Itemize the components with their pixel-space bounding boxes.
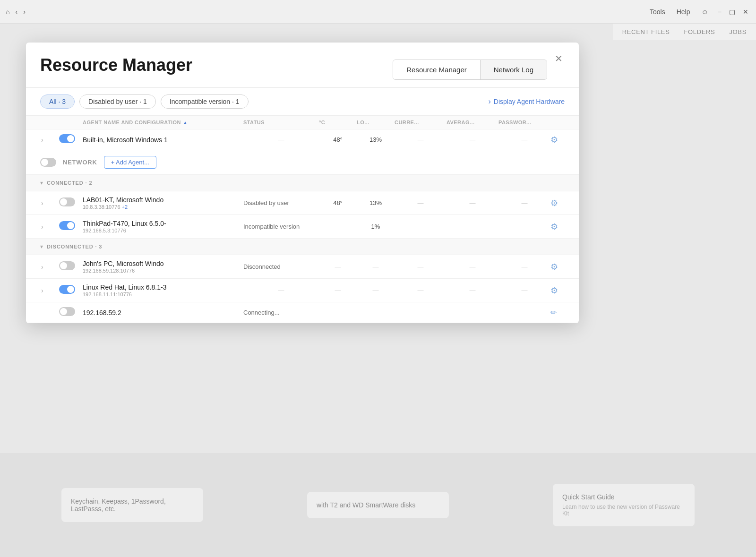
connected-agent-row-1: › ThinkPad-T470, Linux 6.5.0- 192.168.5.… xyxy=(26,215,579,239)
expand-chevron-dc-1[interactable]: › xyxy=(40,286,44,295)
disconnected-agent-row-0: › John's PC, Microsoft Windo 192.168.59.… xyxy=(26,255,579,279)
account-icon[interactable]: ☺ xyxy=(702,8,708,16)
tab-network-log[interactable]: Network Log xyxy=(481,60,547,79)
tab-recent-files[interactable]: RECENT FILES xyxy=(622,28,670,35)
tools-menu[interactable]: Tools xyxy=(650,8,665,16)
col-toggle xyxy=(59,120,83,125)
expand-connected-0[interactable]: › xyxy=(40,198,59,208)
connected-agent-1-name: ThinkPad-T470, Linux 6.5.0- xyxy=(83,220,243,227)
disconnected-agent-2-status: Connecting... xyxy=(243,309,319,316)
expand-builtin[interactable]: › xyxy=(40,135,59,145)
toggle-network-switch[interactable] xyxy=(40,158,56,167)
gear-icon-dc-1[interactable]: ⚙ xyxy=(550,286,558,295)
title-bar: ⌂ ‹ › Tools Help ☺ − ▢ ✕ xyxy=(0,0,756,24)
bg-card-2: with T2 and WD SmartWare disks xyxy=(307,492,449,518)
col-password: PASSWOR... xyxy=(498,120,550,125)
connected-agent-0-temp: 48° xyxy=(319,199,357,206)
gear-icon-dc-0[interactable]: ⚙ xyxy=(550,262,558,272)
connected-agent-1-gear[interactable]: ⚙ xyxy=(550,222,574,232)
connected-agent-0-status: Disabled by user xyxy=(243,199,319,206)
expand-chevron-builtin[interactable]: › xyxy=(40,135,44,145)
disconnected-agent-1-load: — xyxy=(357,287,395,294)
col-current: CURRE... xyxy=(395,120,447,125)
gear-icon-connected-1[interactable]: ⚙ xyxy=(550,222,558,231)
network-row: NETWORK + Add Agent... xyxy=(26,150,579,175)
dialog-title: Resource Manager xyxy=(40,56,192,75)
connected-agent-1-load: 1% xyxy=(357,223,395,230)
disconnected-agent-0-name: John's PC, Microsoft Windo xyxy=(83,260,243,267)
disconnected-agent-0-current: — xyxy=(395,263,447,270)
disconnected-agent-0-gear[interactable]: ⚙ xyxy=(550,262,574,272)
tab-jobs[interactable]: JOBS xyxy=(729,28,747,35)
add-agent-button[interactable]: + Add Agent... xyxy=(104,156,156,169)
resource-manager-dialog: Resource Manager Resource Manager Networ… xyxy=(26,43,579,323)
expand-disconnected-0[interactable]: › xyxy=(40,262,59,272)
builtin-gear[interactable]: ⚙ xyxy=(550,135,574,145)
display-agent-hardware[interactable]: › Display Agent Hardware xyxy=(488,97,565,106)
connected-agent-0-name: LAB01-KT, Microsoft Windo xyxy=(83,196,243,204)
disconnected-agent-0-name-cell: John's PC, Microsoft Windo 192.168.59.12… xyxy=(83,260,243,274)
builtin-status: — xyxy=(243,136,319,143)
forward-button[interactable]: › xyxy=(23,8,26,16)
help-menu[interactable]: Help xyxy=(677,8,690,16)
disconnected-agent-2-load: — xyxy=(357,309,395,316)
background-content: Keychain, Keepass, 1Password, LastPasss,… xyxy=(0,453,756,557)
connected-agent-row-0: › LAB01-KT, Microsoft Windo 10.8.3.38:10… xyxy=(26,191,579,215)
minimize-button[interactable]: − xyxy=(718,8,722,16)
back-button[interactable]: ‹ xyxy=(15,8,17,16)
col-settings xyxy=(550,120,574,125)
filter-incompatible-version[interactable]: Incompatible version · 1 xyxy=(161,94,249,109)
connected-agent-0-gear[interactable]: ⚙ xyxy=(550,198,574,208)
title-bar-navigation: ⌂ ‹ › xyxy=(6,8,26,16)
col-expand xyxy=(40,120,59,125)
toggle-disconnected-switch-0[interactable] xyxy=(59,261,75,270)
dialog-close-button[interactable]: ✕ xyxy=(553,54,565,63)
disconnected-agent-2-name: 192.168.59.2 xyxy=(83,309,243,317)
connected-agent-0-average: — xyxy=(447,199,498,206)
bg-card-1-title: Keychain, Keepass, 1Password, LastPasss,… xyxy=(71,497,194,513)
toggle-connected-switch-1[interactable] xyxy=(59,221,75,230)
sort-ascending-icon: ▲ xyxy=(183,120,188,125)
pencil-icon-dc-2[interactable]: ✏ xyxy=(550,308,557,317)
toggle-disconnected-switch-1[interactable] xyxy=(59,285,75,294)
window-close-button[interactable]: ✕ xyxy=(743,8,748,16)
toggle-connected-0[interactable] xyxy=(59,197,83,208)
col-status: STATUS xyxy=(243,120,319,125)
connected-agent-0-name-cell: LAB01-KT, Microsoft Windo 10.8.3.38:1077… xyxy=(83,196,243,210)
col-average: AVERAG... xyxy=(447,120,498,125)
expand-chevron-dc-0[interactable]: › xyxy=(40,262,44,272)
expand-disconnected-1[interactable]: › xyxy=(40,286,59,295)
tab-resource-manager[interactable]: Resource Manager xyxy=(393,60,481,79)
disconnected-agent-0-password: — xyxy=(498,263,550,270)
toggle-disconnected-1[interactable] xyxy=(59,285,83,296)
tab-folders[interactable]: FOLDERS xyxy=(684,28,715,35)
toggle-disconnected-switch-2[interactable] xyxy=(59,307,75,316)
toggle-disconnected-0[interactable] xyxy=(59,261,83,272)
toggle-disconnected-2[interactable] xyxy=(59,307,83,318)
expand-chevron-1[interactable]: › xyxy=(40,222,44,231)
builtin-load: 13% xyxy=(357,136,395,143)
toggle-connected-1[interactable] xyxy=(59,221,83,232)
expand-chevron-0[interactable]: › xyxy=(40,198,44,208)
disconnected-agent-2-pencil[interactable]: ✏ xyxy=(550,308,574,317)
toggle-builtin-switch[interactable] xyxy=(59,134,75,143)
disconnected-agent-1-name: Linux Red Hat, Linux 6.8.1-3 xyxy=(83,283,243,291)
toggle-connected-switch-0[interactable] xyxy=(59,197,75,206)
connected-agent-1-average: — xyxy=(447,223,498,230)
filter-disabled-by-user[interactable]: Disabled by user · 1 xyxy=(79,94,156,109)
tab-bar: RECENT FILES FOLDERS JOBS xyxy=(613,24,756,40)
filter-all[interactable]: All · 3 xyxy=(40,94,75,109)
disconnected-agent-1-gear[interactable]: ⚙ xyxy=(550,285,574,296)
gear-icon-connected-0[interactable]: ⚙ xyxy=(550,198,558,208)
builtin-average: — xyxy=(447,136,498,143)
expand-connected-1[interactable]: › xyxy=(40,222,59,231)
collapse-connected-button[interactable]: ▾ xyxy=(40,180,43,186)
gear-icon-builtin[interactable]: ⚙ xyxy=(550,135,558,145)
home-button[interactable]: ⌂ xyxy=(6,8,9,16)
bg-card-3: Quick Start Guide Learn how to use the n… xyxy=(553,484,695,526)
toggle-builtin[interactable] xyxy=(59,134,83,145)
maximize-button[interactable]: ▢ xyxy=(729,8,735,16)
collapse-disconnected-button[interactable]: ▾ xyxy=(40,243,43,250)
bg-card-1: Keychain, Keepass, 1Password, LastPasss,… xyxy=(61,488,203,522)
dialog-header: Resource Manager Resource Manager Networ… xyxy=(26,43,579,88)
